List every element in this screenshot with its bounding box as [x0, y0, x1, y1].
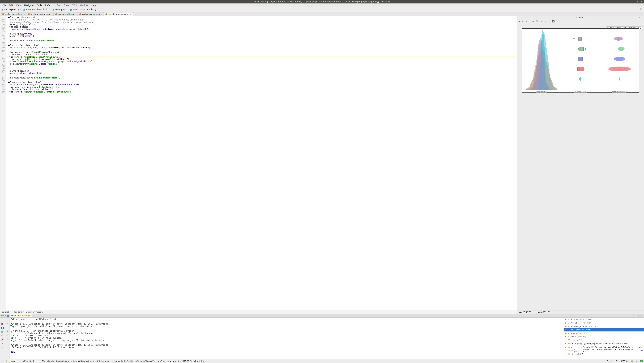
project-name[interactable]: swcarpentry [4, 8, 19, 11]
close-icon[interactable]: ✕ [2, 342, 3, 345]
dump-icon[interactable]: ▦ [1, 330, 3, 333]
configure-icon[interactable]: ≡ [541, 20, 542, 22]
down-icon[interactable]: ↓ [6, 322, 8, 325]
variable-row[interactable]: ▶≣np = {module} View [564, 318, 644, 321]
layout-icon[interactable]: ▭ [1, 334, 3, 337]
nav-crumb[interactable]: AnatomyOfMatplotlib [26, 8, 48, 11]
variable-row[interactable]: 01_iii = {str} '' [564, 352, 644, 356]
menu-file[interactable]: File [1, 4, 7, 7]
save-icon[interactable]: 💾 [552, 20, 555, 22]
subplot-hist[interactable]: ax.hist(dists) [522, 28, 561, 92]
window-close-icon[interactable]: ✕ [641, 0, 642, 3]
crumb-fn[interactable]: boxplot() [2, 311, 10, 313]
menu-view[interactable]: View [15, 4, 22, 7]
line-separator[interactable]: LF≑ [615, 360, 619, 362]
cursor-position[interactable]: 54:49 [607, 360, 612, 362]
menu-edit[interactable]: Edit [8, 4, 14, 7]
variable-row[interactable]: ▶≣plt = {module} View [564, 328, 644, 332]
view-link[interactable]: View [639, 350, 643, 352]
subplot-boxplot[interactable]: ax.boxplot(dists) [561, 28, 600, 92]
zoom-icon[interactable]: 🔍 [536, 20, 539, 22]
scroll-icon[interactable]: ⤓ [6, 330, 8, 332]
variable-row[interactable]: ▶≣violinplot = {function} [564, 321, 644, 325]
expand-icon[interactable]: ▶ [565, 332, 567, 335]
var-name: main [571, 332, 575, 335]
figure-max-icon[interactable]: ☐ [638, 16, 640, 19]
menu-navigate[interactable]: Navigate [23, 4, 35, 7]
variable-row[interactable]: ▶≣main = {function} [564, 332, 644, 335]
menu-code[interactable]: Code [36, 4, 44, 7]
back-icon[interactable]: ← [522, 20, 524, 22]
forward-icon[interactable]: → [526, 20, 528, 22]
run-config-name[interactable]: statistical_example [10, 314, 32, 317]
figure-canvas[interactable]: hist/boxplot/violinplot: Stastical plott… [517, 23, 644, 310]
menu-vcs[interactable]: VCS [71, 4, 78, 7]
figure-close-icon[interactable]: ✕ [641, 16, 643, 19]
help-icon[interactable]: ? [2, 346, 3, 349]
close-icon[interactable]: × [130, 13, 132, 15]
expand-icon[interactable]: ▶ [565, 325, 567, 328]
home-icon[interactable]: ⌂ [518, 20, 520, 22]
menu-window[interactable]: Window [78, 4, 89, 7]
code-content[interactable]: def hist(ax, dists, colors): # We could … [6, 16, 517, 310]
view-link[interactable]: View [639, 346, 643, 348]
editor-tab[interactable]: ⬤example_utils.py× [54, 12, 78, 16]
status-message[interactable]: Unregistered VCS roots detected: The fol… [10, 360, 206, 362]
nav-crumb[interactable]: examples [56, 8, 66, 11]
pin-icon[interactable]: 📌 [1, 338, 4, 341]
lock-icon[interactable]: 🔒 [631, 360, 633, 362]
editor-tab[interactable]: ⬤statistical_example.py× [104, 12, 133, 16]
expand-icon[interactable]: ▶ [565, 329, 567, 331]
inspection-icon[interactable]: ☺ [636, 360, 638, 362]
variables-pane[interactable]: ▶≣np = {module} View▶≣violinplot = {func… [564, 318, 644, 359]
figure-min-icon[interactable]: — [634, 16, 636, 19]
variable-row[interactable]: ▶▭_dh = {list} : ['/home/filippov/Pychar… [564, 342, 644, 345]
editor-tab[interactable]: ⬤imshow_example.py× [26, 12, 54, 16]
var-type: = {str} [574, 353, 581, 355]
pause-icon[interactable]: ❚❚ [0, 326, 4, 329]
stop-icon[interactable]: ■ [1, 322, 3, 325]
gear-icon[interactable]: ⚙ [638, 315, 640, 317]
editor-tab[interactable]: ⬤pcolor_example.py× [1, 12, 26, 16]
menu-help[interactable]: Help [90, 4, 97, 7]
wrap-icon[interactable]: ↩ [6, 326, 8, 328]
variable-row[interactable]: 01__ = {str} '' [564, 339, 644, 342]
search-icon[interactable]: 🔍 [640, 8, 642, 11]
view-link[interactable]: View [586, 329, 591, 331]
pan-icon[interactable]: ✥ [532, 20, 534, 22]
nav-crumb-file[interactable]: statistical_example.py [73, 8, 96, 11]
expand-icon[interactable]: ▶ [565, 343, 567, 345]
view-link[interactable]: View [586, 318, 591, 321]
menu-refactor[interactable]: Refactor [44, 4, 55, 7]
window-minimize-icon[interactable]: — [634, 0, 636, 3]
variable-row[interactable]: ▶≣sys = {module} [564, 335, 644, 339]
notification-badge[interactable]: 1 [640, 360, 642, 362]
code-editor[interactable]: 3738394041424344454647484950515253545556… [0, 16, 517, 310]
print-icon[interactable]: 🖶 [6, 334, 8, 336]
subplot-violin[interactable]: ax.violinplot(dists) [600, 28, 639, 92]
window-maximize-icon[interactable]: ☐ [637, 0, 639, 3]
expand-icon[interactable]: ▶ [565, 322, 567, 324]
variable-row[interactable]: ▶≣generate_data = {function} [564, 325, 644, 328]
figure-coord-y: y=0.0889131 [536, 311, 550, 314]
close-icon[interactable]: × [24, 13, 25, 15]
expand-icon[interactable]: ▶ [565, 318, 567, 321]
editor-tab[interactable]: ⬤vector_example.py× [78, 12, 104, 16]
trash-icon[interactable]: 🗑 [6, 337, 8, 340]
statusbar-toggle-icon[interactable]: ▢ [2, 360, 3, 362]
menu-run[interactable]: Run [56, 4, 62, 7]
expand-icon[interactable]: ▶ [565, 336, 567, 338]
up-icon[interactable]: ↑ [6, 318, 8, 321]
expand-icon[interactable]: ▶ [565, 346, 567, 348]
close-icon[interactable]: × [101, 13, 102, 15]
axes-icon[interactable]: 📈 [544, 20, 547, 22]
close-icon[interactable]: × [75, 13, 76, 15]
rerun-icon[interactable]: ↻ [2, 318, 3, 321]
variable-row[interactable]: 01_i1 = {str} 'print(\'PyDev console: us… [564, 349, 644, 352]
minimize-icon[interactable]: — [640, 315, 642, 317]
python-console[interactable]: PyDev console: using IPython 5.1.0 Pytho… [10, 318, 564, 359]
file-encoding[interactable]: UTF-8≑ [621, 360, 628, 362]
crumb-statement[interactable]: for item in ['whiskers', 'caps'... [14, 311, 44, 313]
close-icon[interactable]: × [51, 13, 52, 15]
menu-tools[interactable]: Tools [63, 4, 71, 7]
